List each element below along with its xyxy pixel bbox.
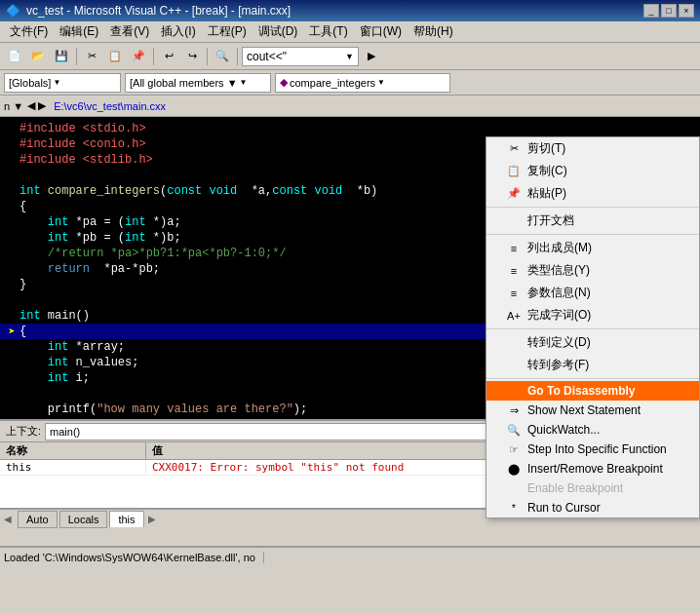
globals-dropdown[interactable]: [Globals] ▼ xyxy=(4,73,121,93)
step-into-icon: ☞ xyxy=(506,443,522,456)
ctx-goto-ref[interactable]: 转到参考(F) xyxy=(486,354,699,376)
ctx-run-to-cursor-label: Run to Cursor xyxy=(527,501,601,515)
tab-this[interactable]: this xyxy=(109,511,143,527)
paste-icon: 📌 xyxy=(506,187,522,200)
function-dropdown[interactable]: ◆ compare_integers ▼ xyxy=(275,73,450,93)
complete-word-icon: A+ xyxy=(506,310,522,322)
menu-window[interactable]: 窗口(W) xyxy=(354,21,408,42)
ctx-cut-label: 剪切(T) xyxy=(527,140,565,157)
ctx-step-into[interactable]: ☞ Step Into Specific Function xyxy=(486,440,699,459)
function-dropdown-arrow: ▼ xyxy=(377,78,385,87)
tab-locals[interactable]: Locals xyxy=(59,511,108,528)
addressbar: n ▼ ◀ ▶ E:\vc6\vc_test\main.cxx xyxy=(0,96,700,117)
copy-icon: 📋 xyxy=(506,165,522,177)
menu-edit[interactable]: 编辑(E) xyxy=(54,21,104,42)
cut-icon: ✂ xyxy=(506,142,522,155)
separator3 xyxy=(207,48,208,65)
menu-file[interactable]: 文件(F) xyxy=(4,21,54,42)
type-info-icon: ≡ xyxy=(506,265,522,277)
command-dropdown[interactable]: ▼ xyxy=(345,52,354,61)
execute-button[interactable]: ▶ xyxy=(361,46,382,67)
ctx-show-next[interactable]: ⇒ Show Next Statement xyxy=(486,401,699,420)
status-loaded: Loaded 'C:\Windows\SysWOW64\KernelBase.d… xyxy=(4,552,264,563)
ctx-goto-ref-label: 转到参考(F) xyxy=(527,357,589,373)
quickwatch-icon: 🔍 xyxy=(506,424,522,437)
ctx-complete-word[interactable]: A+ 完成字词(O) xyxy=(486,304,699,326)
ctx-paste[interactable]: 📌 粘贴(P) xyxy=(486,182,699,205)
ctx-list-members-label: 列出成员(M) xyxy=(527,240,592,256)
titlebar-controls[interactable]: _ □ × xyxy=(643,4,694,18)
list-members-icon: ≡ xyxy=(506,243,522,254)
separator1 xyxy=(76,48,77,65)
code-line-1: #include <stdio.h> xyxy=(0,121,700,136)
paste-button[interactable]: 📌 xyxy=(128,46,149,67)
vars-name-1: this xyxy=(0,460,146,475)
ctx-insert-breakpoint[interactable]: ⬤ Insert/Remove Breakpoint xyxy=(486,459,699,479)
separator4 xyxy=(237,48,238,65)
maximize-button[interactable]: □ xyxy=(661,4,677,18)
new-button[interactable]: 📄 xyxy=(4,46,25,67)
menu-debug[interactable]: 调试(D) xyxy=(253,21,304,42)
menu-tools[interactable]: 工具(T) xyxy=(303,21,353,42)
ctx-list-members[interactable]: ≡ 列出成员(M) xyxy=(486,237,699,259)
line-marker-14: ➤ xyxy=(4,325,19,339)
menubar: 文件(F) 编辑(E) 查看(V) 插入(I) 工程(P) 调试(D) 工具(T… xyxy=(0,21,700,43)
ctx-goto-def-label: 转到定义(D) xyxy=(527,334,591,351)
ctx-goto-def[interactable]: 转到定义(D) xyxy=(486,331,699,354)
ctx-run-to-cursor[interactable]: * Run to Cursor xyxy=(486,498,699,517)
tab-scroll-left[interactable]: ◀ xyxy=(0,514,16,524)
titlebar-left: 🔷 vc_test - Microsoft Visual C++ - [brea… xyxy=(6,4,291,18)
ctx-show-next-label: Show Next Statement xyxy=(527,403,641,417)
ctx-goto-disasm[interactable]: Go To Disassembly xyxy=(486,381,699,401)
nav-arrows[interactable]: ◀ ▶ xyxy=(27,99,46,112)
vars-name-header: 名称 xyxy=(0,442,146,459)
nav-label: n ▼ xyxy=(4,100,23,112)
ctx-step-into-label: Step Into Specific Function xyxy=(527,442,667,456)
app-icon: 🔷 xyxy=(6,4,20,18)
ctx-cut[interactable]: ✂ 剪切(T) xyxy=(486,137,699,160)
menu-help[interactable]: 帮助(H) xyxy=(408,21,459,42)
ctx-sep1 xyxy=(486,207,699,208)
context-label: 上下文: xyxy=(6,424,41,439)
copy-button[interactable]: 📋 xyxy=(104,46,126,67)
menu-view[interactable]: 查看(V) xyxy=(104,21,155,42)
search-button[interactable]: 🔍 xyxy=(212,46,233,67)
members-dropdown[interactable]: [All global members ▼ ▼ xyxy=(125,73,271,93)
redo-button[interactable]: ↪ xyxy=(181,46,203,67)
open-button[interactable]: 📂 xyxy=(27,46,49,67)
save-button[interactable]: 💾 xyxy=(51,46,72,67)
ctx-copy-label: 复制(C) xyxy=(527,163,567,179)
param-info-icon: ≡ xyxy=(506,287,522,299)
ctx-type-info[interactable]: ≡ 类型信息(Y) xyxy=(486,259,699,282)
ctx-insert-breakpoint-label: Insert/Remove Breakpoint xyxy=(527,462,663,476)
file-path: E:\vc6\vc_test\main.cxx xyxy=(54,100,166,112)
cut-button[interactable]: ✂ xyxy=(81,46,102,67)
context-menu: ✂ 剪切(T) 📋 复制(C) 📌 粘贴(P) 打开文档 ≡ 列出成员(M) ≡… xyxy=(486,136,700,518)
ctx-copy[interactable]: 📋 复制(C) xyxy=(486,160,699,182)
undo-button[interactable]: ↩ xyxy=(158,46,179,67)
tab-auto[interactable]: Auto xyxy=(18,511,58,528)
command-text: cout<<" xyxy=(247,50,287,63)
close-button[interactable]: × xyxy=(679,4,694,18)
ctx-sep2 xyxy=(486,234,699,235)
ctx-quickwatch[interactable]: 🔍 QuickWatch... xyxy=(486,420,699,440)
main-area: #include <stdio.h> #include <conio.h> #i… xyxy=(0,117,700,419)
ctx-param-info[interactable]: ≡ 参数信息(N) xyxy=(486,282,699,304)
minimize-button[interactable]: _ xyxy=(643,4,659,18)
ctx-open-doc-label: 打开文档 xyxy=(527,212,574,229)
show-next-icon: ⇒ xyxy=(506,404,522,417)
separator2 xyxy=(153,48,154,65)
titlebar-text: vc_test - Microsoft Visual C++ - [break]… xyxy=(26,4,291,18)
menu-project[interactable]: 工程(P) xyxy=(202,21,253,42)
toolbar: 📄 📂 💾 ✂ 📋 📌 ↩ ↪ 🔍 cout<<" ▼ ▶ xyxy=(0,43,700,70)
menu-insert[interactable]: 插入(I) xyxy=(155,21,201,42)
globals-dropdown-arrow: ▼ xyxy=(53,78,60,87)
ctx-sep4 xyxy=(486,378,699,379)
breakpoint-icon: ⬤ xyxy=(506,463,522,476)
ctx-enable-breakpoint: Enable Breakpoint xyxy=(486,479,699,498)
command-input[interactable]: cout<<" ▼ xyxy=(242,47,359,66)
tab-scroll-right[interactable]: ▶ xyxy=(144,514,160,524)
ctx-sep3 xyxy=(486,328,699,329)
ctx-quickwatch-label: QuickWatch... xyxy=(527,423,600,437)
ctx-open-doc[interactable]: 打开文档 xyxy=(486,210,699,232)
